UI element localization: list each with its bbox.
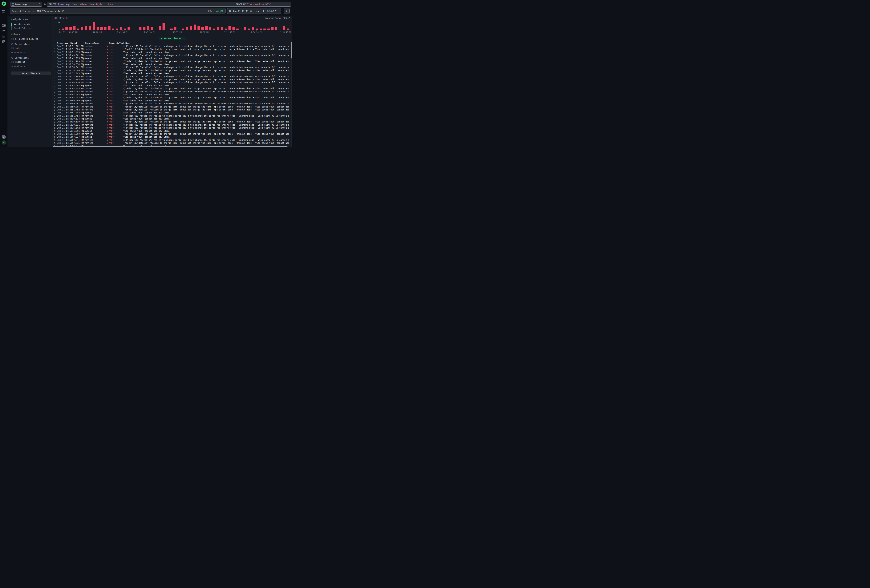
histogram-bar[interactable]	[244, 27, 246, 30]
row-expand-icon[interactable]	[54, 48, 57, 50]
log-row[interactable]: Jun 11 1:55:51.448 PMpaymenterrorVisa ca…	[53, 111, 289, 114]
histogram-bar[interactable]	[205, 26, 208, 30]
select-clause-input[interactable]: SELECT Timestamp, ServiceName, SeverityT…	[47, 2, 240, 7]
row-expand-icon[interactable]	[54, 100, 57, 102]
log-row[interactable]: Jun 11 1:56:32.849 PMfrontenderror× {"co…	[53, 75, 289, 78]
log-row[interactable]: Jun 11 1:56:38.542 PMfrontenderror× {"co…	[53, 66, 289, 69]
histogram-bar[interactable]	[62, 28, 64, 30]
row-expand-icon[interactable]	[54, 63, 57, 65]
more-filters-button[interactable]: More filters	[11, 71, 51, 75]
log-row[interactable]: Jun 11 1:56:43.001 PMfrontenderror× {"co…	[53, 54, 289, 57]
log-row[interactable]: Jun 11 1:55:51.452 PMfrontenderror{"code…	[53, 108, 289, 111]
row-expand-icon[interactable]	[54, 66, 57, 68]
log-row[interactable]: Jun 11 1:56:32.843 PMpaymenterrorVisa ca…	[53, 72, 289, 75]
help-button[interactable]: ?	[2, 135, 6, 139]
histogram-bar[interactable]	[201, 27, 204, 30]
histogram-bar[interactable]	[182, 28, 184, 30]
log-row[interactable]: Jun 11 1:55:51.454 PMfrontenderror× {"co…	[53, 114, 289, 117]
histogram-bar[interactable]	[116, 28, 118, 30]
row-expand-icon[interactable]	[54, 121, 57, 123]
row-expand-icon[interactable]	[54, 124, 57, 126]
histogram-bar[interactable]	[236, 28, 238, 30]
histogram-bar[interactable]	[186, 27, 188, 30]
column-separator[interactable]	[83, 42, 83, 44]
row-expand-icon[interactable]	[54, 82, 57, 83]
app-logo[interactable]	[1, 1, 6, 6]
log-row[interactable]: Jun 11 1:56:08.948 PMpaymenterrorVisa ca…	[53, 84, 289, 87]
column-header-severitytext[interactable]: SeverityText	[107, 42, 124, 45]
log-row[interactable]: Jun 11 1:55:07.827 PMpaymenterrorVisa ca…	[53, 135, 289, 138]
log-row[interactable]: Jun 11 1:56:08.955 PMfrontenderror{"code…	[53, 87, 289, 90]
column-separator[interactable]	[107, 42, 107, 44]
time-range-picker[interactable]: Jun 11 13:41:52 - Jun 11 13:56:52	[227, 8, 281, 14]
log-row[interactable]: Jun 11 1:56:32.848 PMfrontenderror{"code…	[53, 78, 289, 81]
histogram-bar[interactable]	[194, 25, 196, 30]
analysis-mode-results-table[interactable]: Results Table	[11, 23, 51, 27]
checkbox[interactable]	[11, 47, 13, 49]
log-row[interactable]: Jun 11 1:56:03.252 PMfrontenderror{"code…	[53, 96, 289, 99]
histogram-bar[interactable]	[139, 27, 142, 30]
histogram-bar[interactable]	[151, 27, 153, 30]
log-row[interactable]: Jun 11 1:56:03.248 PMpaymenterrorVisa ca…	[53, 93, 289, 96]
histogram-bar[interactable]	[81, 27, 83, 30]
row-expand-icon[interactable]	[54, 45, 57, 47]
histogram-bar[interactable]	[252, 27, 254, 30]
horizontal-scrollbar[interactable]	[53, 146, 289, 147]
histogram-bar[interactable]	[275, 27, 277, 30]
log-row[interactable]: Jun 11 1:56:51.980 PMfrontenderror{"code…	[53, 48, 289, 51]
histogram-bar[interactable]	[248, 28, 250, 30]
row-expand-icon[interactable]	[54, 118, 57, 120]
row-expand-icon[interactable]	[54, 136, 57, 138]
column-header-servicename[interactable]: ServiceName	[83, 42, 107, 45]
histogram-bar[interactable]	[228, 26, 231, 30]
histogram-bar[interactable]	[162, 23, 165, 30]
log-row[interactable]: Jun 11 1:55:16.302 PMfrontenderror× {"co…	[53, 127, 289, 130]
histogram-bar[interactable]	[174, 27, 176, 30]
histogram-bar[interactable]	[198, 26, 200, 30]
filter-option-info[interactable]: info	[11, 47, 51, 49]
vertical-scrollbar-thumb[interactable]	[291, 42, 292, 58]
log-row[interactable]: Jun 11 1:56:38.540 PMfrontenderror{"code…	[53, 69, 289, 72]
row-expand-icon[interactable]	[54, 109, 57, 111]
chart-explorer-icon[interactable]	[2, 29, 6, 33]
log-row[interactable]: Jun 11 1:55:16.296 PMpaymenterrorVisa ca…	[53, 130, 289, 132]
search-logs-icon[interactable]	[2, 23, 6, 27]
row-expand-icon[interactable]	[54, 103, 57, 105]
row-expand-icon[interactable]	[54, 57, 57, 59]
histogram-bar[interactable]	[120, 27, 122, 30]
column-header-body[interactable]: Body	[124, 42, 289, 45]
search-icon[interactable]	[11, 57, 13, 59]
denoise-results-checkbox-row[interactable]: Denoise Results	[11, 38, 51, 40]
log-row[interactable]: Jun 11 1:55:39.330 PMfrontenderror{"code…	[53, 121, 289, 124]
row-expand-icon[interactable]	[54, 127, 57, 129]
row-expand-icon[interactable]	[54, 79, 57, 80]
histogram-bar[interactable]	[128, 27, 130, 30]
histogram-bar[interactable]	[190, 26, 192, 30]
log-row[interactable]: Jun 11 1:55:39.331 PMfrontenderror× {"co…	[53, 124, 289, 126]
row-expand-icon[interactable]	[54, 76, 57, 77]
resume-live-tail-button[interactable]: Resume Live Tail	[159, 37, 186, 40]
row-expand-icon[interactable]	[54, 72, 57, 74]
row-expand-icon[interactable]	[54, 130, 57, 132]
source-settings-gear-icon[interactable]	[43, 3, 46, 6]
row-expand-icon[interactable]	[54, 112, 57, 114]
analysis-mode-event-patterns[interactable]: Event Patterns	[11, 27, 51, 30]
log-row[interactable]: Jun 11 1:55:59.767 PMfrontenderror× {"co…	[53, 102, 289, 105]
histogram-bar[interactable]	[264, 28, 266, 30]
sql-mode-toggle[interactable]: SQL	[208, 10, 212, 12]
histogram-bar[interactable]	[259, 28, 262, 30]
histogram-bar[interactable]	[104, 27, 106, 30]
row-expand-icon[interactable]	[54, 139, 57, 141]
log-row[interactable]: Jun 11 1:55:16.300 PMfrontenderror{"code…	[53, 132, 289, 135]
filter-option-checkout[interactable]: checkout	[11, 61, 51, 63]
histogram-bar[interactable]	[267, 28, 270, 30]
load-more-link[interactable]: Load more	[11, 52, 51, 54]
search-input[interactable]	[12, 10, 208, 12]
histogram-bar[interactable]	[256, 28, 258, 30]
histogram-bar[interactable]	[108, 26, 110, 30]
histogram-bar[interactable]	[143, 27, 146, 30]
log-row[interactable]: Jun 11 1:56:03.254 PMfrontenderror× {"co…	[53, 90, 289, 93]
histogram-bar[interactable]	[77, 28, 79, 30]
column-header-timestamp[interactable]: Timestamp (Local)	[57, 42, 83, 45]
load-more-link[interactable]: Load more	[11, 65, 51, 68]
